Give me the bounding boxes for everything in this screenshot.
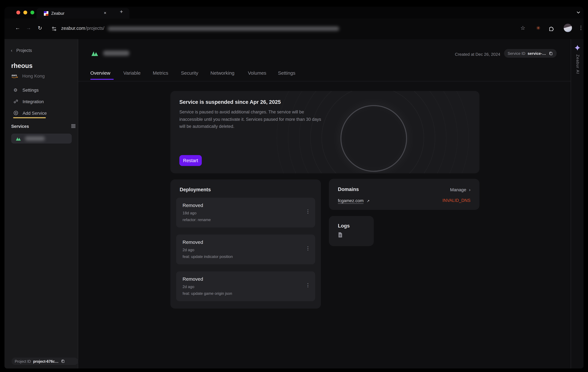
site-settings-icon[interactable] [51, 26, 57, 32]
sidebar-item-settings[interactable]: ⚙ Settings [13, 87, 39, 93]
browser-tabstrip: Zeabur × + [4, 7, 584, 19]
domains-title: Domains [338, 186, 359, 192]
sidebar-item-label: Integration [22, 99, 44, 104]
manage-label: Manage [450, 187, 466, 192]
browser-tab[interactable]: Zeabur × [37, 8, 129, 19]
service-logo-icon [91, 49, 99, 57]
domain-url: fcgamez.com [338, 198, 364, 204]
forward-icon[interactable]: → [26, 25, 31, 31]
suspended-banner: Service is suspended since Apr 26, 2025 … [170, 91, 479, 173]
copy-icon[interactable] [61, 359, 65, 363]
sidebar-item-add-service[interactable]: Add Service [13, 110, 47, 116]
service-id-value: service-… [528, 51, 546, 56]
extensions-puzzle-icon[interactable] [548, 25, 554, 32]
copy-icon[interactable] [548, 51, 553, 56]
gear-icon: ⚙ [13, 87, 17, 93]
deployment-status: Removed [183, 239, 203, 245]
tab-close-icon[interactable]: × [104, 10, 106, 15]
window-close-button[interactable] [16, 11, 20, 14]
project-id-label: Project ID [15, 359, 31, 363]
back-to-projects-label: Projects [16, 48, 32, 53]
window-minimize-button[interactable] [23, 11, 27, 14]
tab-title: Zeabur [51, 11, 64, 16]
services-header: Services [11, 124, 29, 129]
chevron-right-icon: › [469, 187, 471, 192]
redacted-service-name [25, 137, 45, 141]
domains-card: Domains Manage › fcgamez.com ↗ INVALID_D… [329, 179, 479, 210]
browser-menu-icon[interactable]: ⋮ [578, 25, 584, 31]
extension-burst-icon[interactable]: ✳ [536, 25, 540, 31]
window-fullscreen-button[interactable] [31, 11, 34, 14]
log-file-icon [338, 232, 343, 238]
screen: Zeabur × + ← → ↻ zeabur.com /projects/ ☆ [0, 0, 588, 372]
domain-link[interactable]: fcgamez.com ↗ [338, 198, 370, 203]
deployment-message: refactor: rename [183, 218, 211, 222]
tab-security[interactable]: Security [181, 70, 198, 76]
back-icon[interactable]: ← [15, 25, 20, 31]
sidebar-item-label: Settings [22, 87, 39, 93]
project-id-chip[interactable]: Project ID project-676c… [11, 358, 78, 365]
tab-search-chevron-icon[interactable] [577, 11, 580, 14]
decor-ring [277, 91, 469, 173]
sidebar-item-integration[interactable]: Integration [13, 99, 44, 105]
link-icon [13, 99, 18, 104]
domain-status-badge: INVALID_DNS [419, 198, 471, 203]
tab-overview[interactable]: Overview [90, 70, 110, 76]
deployment-message: feat: update indicator position [183, 255, 233, 259]
deployment-time: 2d ago [183, 285, 194, 289]
zeabur-ai-panel[interactable]: Zeabur AI [571, 39, 584, 369]
deployment-message: feat: update game origin json [183, 291, 232, 296]
deployment-row[interactable]: Removed 2d ago feat: update game origin … [176, 271, 315, 301]
deployment-row[interactable]: Removed 2d ago feat: update indicator po… [176, 234, 315, 264]
back-to-projects-link[interactable]: ‹ Projects [11, 47, 32, 53]
service-id-chip[interactable]: Service ID service-… [504, 49, 556, 58]
profile-avatar[interactable] [564, 24, 572, 32]
region-row: aws Hong Kong [11, 73, 45, 79]
list-layout-icon[interactable] [71, 124, 76, 128]
logs-title: Logs [338, 223, 350, 229]
deployment-status: Removed [183, 276, 203, 282]
reload-icon[interactable]: ↻ [38, 25, 42, 31]
tabs-divider [78, 81, 571, 81]
url-redacted-blob [108, 27, 339, 31]
ai-sparkle-icon [574, 44, 581, 51]
created-at: Created at Dec 26, 2024 [400, 52, 500, 57]
deployments-title: Deployments [180, 187, 211, 192]
region-label: Hong Kong [22, 73, 45, 78]
kebab-menu-icon[interactable]: ⋮ [305, 209, 310, 214]
zeabur-ai-label: Zeabur AI [576, 54, 580, 74]
redacted-service-title [103, 51, 129, 56]
tab-variable[interactable]: Variable [123, 70, 141, 76]
sidebar-service-item[interactable] [11, 134, 72, 144]
tab-networking[interactable]: Networking [210, 70, 234, 76]
suspended-description: Service is paused to avoid additional ch… [179, 109, 324, 130]
logs-card[interactable]: Logs [329, 216, 374, 246]
deployment-row[interactable]: Removed 18d ago refactor: rename ⋮ [176, 198, 315, 227]
tab-volumes[interactable]: Volumes [248, 70, 266, 76]
deployments-card: Deployments Removed 18d ago refactor: re… [170, 180, 321, 308]
tab-metrics[interactable]: Metrics [153, 70, 168, 76]
plus-circle-icon [13, 111, 18, 115]
new-tab-icon[interactable]: + [120, 9, 123, 15]
bookmark-star-icon[interactable]: ☆ [520, 25, 525, 32]
kebab-menu-icon[interactable]: ⋮ [305, 282, 310, 288]
browser-urlbar: ← → ↻ zeabur.com /projects/ ☆ ✳ ⋮ [4, 19, 584, 39]
zeabur-app: ‹ Projects rheous aws Hong Kong ⚙ Settin… [4, 39, 584, 369]
project-name: rheous [11, 62, 32, 70]
sidebar: ‹ Projects rheous aws Hong Kong ⚙ Settin… [4, 39, 78, 369]
deployment-time: 2d ago [183, 248, 194, 252]
back-chevron-icon: ‹ [11, 48, 12, 53]
aws-logo-icon: aws [11, 73, 19, 78]
project-id-value: project-676c… [33, 359, 59, 363]
svg-text:aws: aws [11, 74, 17, 77]
sidebar-item-label: Add Service [22, 111, 47, 116]
active-tab-indicator [90, 79, 114, 80]
url-host[interactable]: zeabur.com [61, 26, 85, 31]
restart-button[interactable]: Restart [179, 155, 202, 166]
url-path[interactable]: /projects/ [85, 26, 105, 31]
browser-window: Zeabur × + ← → ↻ zeabur.com /projects/ ☆ [4, 7, 584, 369]
tab-settings[interactable]: Settings [278, 70, 295, 76]
add-service-underline [13, 117, 46, 118]
kebab-menu-icon[interactable]: ⋮ [305, 245, 310, 251]
manage-domains-link[interactable]: Manage › [419, 187, 471, 192]
